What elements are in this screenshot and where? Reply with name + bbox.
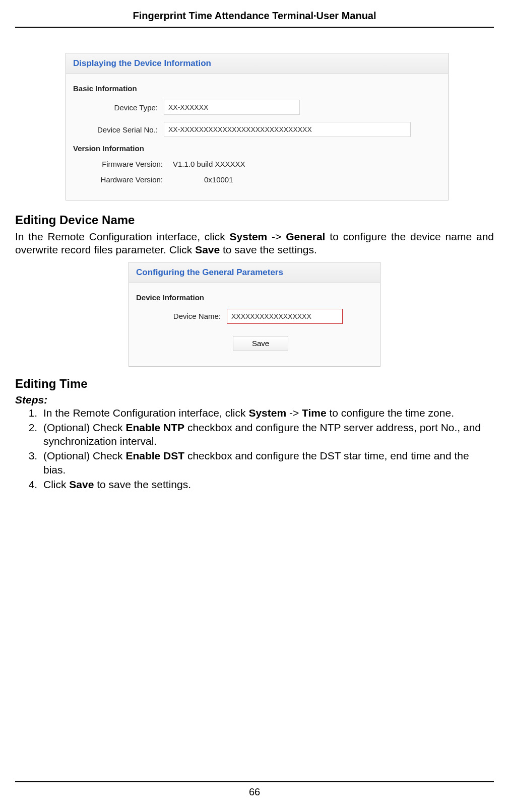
panel-body: Device Information Device Name: Save xyxy=(129,283,380,366)
text: -> xyxy=(286,407,302,419)
text: (Optional) Check xyxy=(43,422,125,433)
firmware-label: Firmware Version: xyxy=(73,160,169,168)
text: In the Remote Configuration interface, c… xyxy=(43,407,248,419)
bold-time: Time xyxy=(302,407,327,419)
editing-device-name-heading: Editing Device Name xyxy=(15,213,494,227)
device-serial-row: Device Serial No.: xyxy=(73,122,441,137)
hardware-label: Hardware Version: xyxy=(73,175,169,184)
editing-time-heading: Editing Time xyxy=(15,377,494,391)
hardware-row: Hardware Version: 0x10001 xyxy=(73,175,441,184)
general-params-panel: Configuring the General Parameters Devic… xyxy=(129,262,380,367)
text: -> xyxy=(267,231,286,242)
steps-list: In the Remote Configuration interface, c… xyxy=(15,406,494,492)
panel-title: Displaying the Device Information xyxy=(66,53,448,74)
hardware-value: 0x10001 xyxy=(169,175,233,184)
list-item: (Optional) Check Enable DST checkbox and… xyxy=(40,449,494,477)
text: to save the settings. xyxy=(94,479,191,490)
text: Click xyxy=(43,479,69,490)
bold-save: Save xyxy=(69,479,94,490)
steps-label: Steps: xyxy=(15,394,494,406)
list-item: Click Save to save the settings. xyxy=(40,478,494,491)
device-name-row: Device Name: xyxy=(136,309,373,324)
text: to configure the time zone. xyxy=(327,407,454,419)
device-name-label: Device Name: xyxy=(136,312,227,320)
version-info-heading: Version Information xyxy=(73,144,441,153)
page-header: Fingerprint Time Attendance Terminal·Use… xyxy=(15,10,494,28)
editing-device-name-paragraph: In the Remote Configuration interface, c… xyxy=(15,230,494,257)
basic-info-heading: Basic Information xyxy=(73,84,441,93)
bold-save: Save xyxy=(195,244,220,255)
save-button[interactable]: Save xyxy=(233,336,288,351)
device-serial-input[interactable] xyxy=(164,122,411,137)
text: In the Remote Configuration interface, c… xyxy=(15,231,230,242)
firmware-value: V1.1.0 build XXXXXX xyxy=(169,160,245,168)
panel-title: Configuring the General Parameters xyxy=(129,262,380,283)
panel-body: Basic Information Device Type: Device Se… xyxy=(66,74,448,200)
device-info-panel: Displaying the Device Information Basic … xyxy=(66,53,449,200)
list-item: (Optional) Check Enable NTP checkbox and… xyxy=(40,421,494,448)
firmware-row: Firmware Version: V1.1.0 build XXXXXX xyxy=(73,160,441,168)
list-item: In the Remote Configuration interface, c… xyxy=(40,406,494,420)
device-serial-label: Device Serial No.: xyxy=(73,125,164,134)
device-type-input[interactable] xyxy=(164,100,300,115)
bold-general: General xyxy=(286,231,325,242)
bold-system: System xyxy=(248,407,286,419)
text: (Optional) Check xyxy=(43,450,125,461)
bold-enable-ntp: Enable NTP xyxy=(125,422,184,433)
bold-system: System xyxy=(230,231,268,242)
device-type-label: Device Type: xyxy=(73,103,164,112)
device-name-input[interactable] xyxy=(227,309,343,324)
bold-enable-dst: Enable DST xyxy=(125,450,184,461)
text: to save the settings. xyxy=(220,244,317,255)
page-number: 66 xyxy=(15,781,494,798)
device-type-row: Device Type: xyxy=(73,100,441,115)
device-info-subheading: Device Information xyxy=(136,293,373,302)
